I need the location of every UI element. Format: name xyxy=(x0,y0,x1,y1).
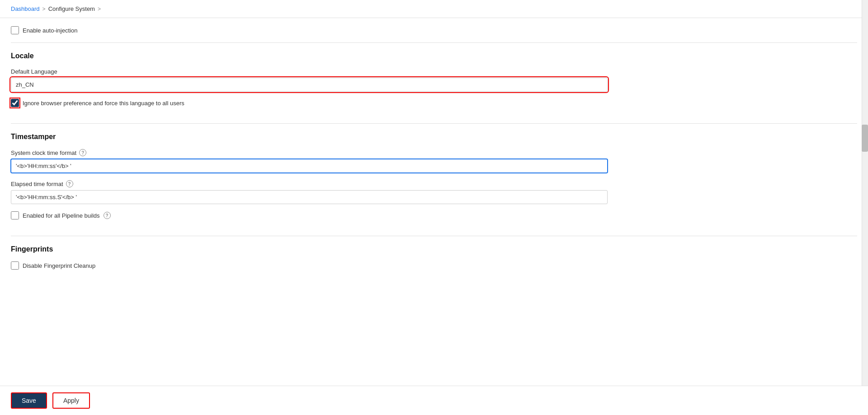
elapsed-time-help-icon[interactable]: ? xyxy=(66,180,73,187)
fingerprints-title: Fingerprints xyxy=(11,245,857,253)
elapsed-time-input[interactable] xyxy=(11,190,608,204)
pipeline-builds-help-icon[interactable]: ? xyxy=(104,212,111,219)
auto-injection-checkbox-wrap[interactable] xyxy=(11,26,19,34)
breadcrumb-configure-system: Configure System xyxy=(48,5,95,12)
elapsed-time-field: Elapsed time format ? xyxy=(11,180,857,204)
ignore-browser-checkbox-wrap[interactable] xyxy=(11,99,19,107)
footer-bar: Save Apply xyxy=(0,386,868,415)
default-language-label: Default Language xyxy=(11,68,857,75)
timestamper-title: Timestamper xyxy=(11,133,857,141)
timestamper-section: Timestamper System clock time format ? E… xyxy=(0,124,868,236)
auto-injection-row: Enable auto-injection xyxy=(0,18,868,42)
system-clock-help-icon[interactable]: ? xyxy=(79,149,86,156)
pipeline-builds-checkbox[interactable] xyxy=(11,211,19,219)
scrollbar-track xyxy=(862,0,868,415)
pipeline-builds-checkbox-wrap[interactable] xyxy=(11,211,19,219)
elapsed-time-label-text: Elapsed time format xyxy=(11,181,63,187)
auto-injection-label: Enable auto-injection xyxy=(23,27,77,34)
default-language-field: Default Language xyxy=(11,68,857,92)
auto-injection-checkbox[interactable] xyxy=(11,26,19,34)
main-content: Enable auto-injection Locale Default Lan… xyxy=(0,18,868,322)
pipeline-builds-row: Enabled for all Pipeline builds ? xyxy=(11,211,857,219)
disable-fingerprint-label: Disable Fingerprint Cleanup xyxy=(23,262,95,269)
fingerprints-section: Fingerprints Disable Fingerprint Cleanup xyxy=(0,236,868,286)
disable-fingerprint-row: Disable Fingerprint Cleanup xyxy=(11,261,857,270)
ignore-browser-label: Ignore browser preference and force this… xyxy=(23,100,184,107)
system-clock-field: System clock time format ? xyxy=(11,149,857,173)
page-wrapper: Dashboard > Configure System > Enable au… xyxy=(0,0,868,415)
disable-fingerprint-checkbox-wrap[interactable] xyxy=(11,261,19,270)
default-language-input[interactable] xyxy=(11,78,608,92)
breadcrumb: Dashboard > Configure System > xyxy=(0,0,868,18)
default-language-label-text: Default Language xyxy=(11,68,57,75)
scrollbar-thumb[interactable] xyxy=(862,125,868,152)
locale-section: Locale Default Language Ignore browser p… xyxy=(0,43,868,123)
breadcrumb-chevron-1: > xyxy=(42,6,46,12)
apply-button[interactable]: Apply xyxy=(52,392,90,409)
system-clock-label-text: System clock time format xyxy=(11,149,76,156)
locale-title: Locale xyxy=(11,52,857,60)
ignore-browser-checkbox[interactable] xyxy=(11,99,19,107)
save-button[interactable]: Save xyxy=(11,392,47,409)
pipeline-builds-label: Enabled for all Pipeline builds xyxy=(23,212,100,219)
elapsed-time-label: Elapsed time format ? xyxy=(11,180,857,187)
system-clock-label: System clock time format ? xyxy=(11,149,857,156)
breadcrumb-dashboard[interactable]: Dashboard xyxy=(11,5,40,12)
disable-fingerprint-checkbox[interactable] xyxy=(11,261,19,270)
breadcrumb-chevron-2: > xyxy=(98,6,101,12)
system-clock-input[interactable] xyxy=(11,159,608,173)
ignore-browser-row: Ignore browser preference and force this… xyxy=(11,99,857,107)
